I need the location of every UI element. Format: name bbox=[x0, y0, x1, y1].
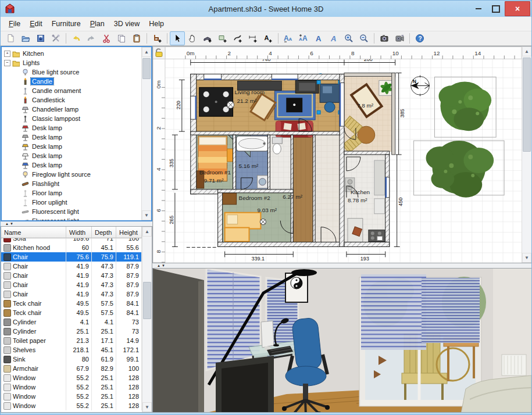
create-dimensions-button[interactable] bbox=[245, 31, 260, 45]
catalog-table-splitter[interactable]: ▲▼ bbox=[1, 221, 152, 226]
catalog-item-desk-lamp[interactable]: Desk lamp bbox=[2, 142, 141, 151]
title-bar[interactable]: Apartment.sh3d - Sweet Home 3D × bbox=[1, 1, 531, 17]
table-row-sofa[interactable]: Sofa189.671100 bbox=[1, 238, 142, 243]
furniture-catalog-tree[interactable]: +Kitchen−LightsBlue light sourceCandleCa… bbox=[2, 47, 141, 220]
minimize-button[interactable] bbox=[470, 2, 487, 15]
maximize-button[interactable] bbox=[487, 2, 505, 15]
menu-edit[interactable]: Edit bbox=[25, 18, 47, 30]
plan-canvas[interactable]: N bbox=[153, 46, 522, 263]
open-button[interactable] bbox=[18, 31, 33, 45]
wardrobe[interactable] bbox=[222, 193, 237, 205]
decrease-text-size-button[interactable]: AA bbox=[281, 31, 296, 45]
ceiling-light-symbol[interactable] bbox=[260, 219, 266, 225]
menu-3d-view[interactable]: 3D view bbox=[109, 18, 144, 30]
zoom-in-button[interactable] bbox=[341, 31, 356, 45]
column-header-width[interactable]: Width bbox=[66, 227, 92, 238]
level-unlocked-icon[interactable] bbox=[153, 47, 165, 59]
table-row-window[interactable]: Window55.225.1128 bbox=[1, 373, 142, 382]
catalog-item-fluorescent-light[interactable]: Fluorescent light bbox=[2, 216, 141, 220]
create-video-button[interactable] bbox=[392, 31, 407, 45]
expand-icon[interactable]: + bbox=[4, 51, 10, 57]
add-furniture-button[interactable] bbox=[149, 31, 165, 45]
cut-button[interactable] bbox=[99, 31, 114, 45]
help-button[interactable]: ? bbox=[412, 31, 427, 45]
column-header-depth[interactable]: Depth bbox=[92, 227, 116, 238]
scroll-down-icon[interactable]: ▼ bbox=[142, 210, 151, 220]
rug[interactable] bbox=[274, 91, 315, 120]
create-walls-button[interactable] bbox=[200, 31, 215, 45]
new-home-button[interactable] bbox=[3, 31, 18, 45]
3d-view-panel[interactable] bbox=[152, 268, 532, 413]
catalog-item-floor-lamp[interactable]: Floor lamp bbox=[2, 188, 141, 198]
table-row-chair[interactable]: Chair41.947.387.9 bbox=[1, 271, 142, 280]
catalog-item-desk-lamp[interactable]: Desk lamp bbox=[2, 123, 141, 133]
table-row-chair[interactable]: Chair41.947.387.9 bbox=[1, 289, 142, 299]
table-row-teck-chair[interactable]: Teck chair49.557.584.1 bbox=[1, 299, 142, 308]
washing-machine[interactable] bbox=[257, 176, 268, 188]
catalog-item-flashlight[interactable]: Flashlight bbox=[2, 179, 141, 188]
scroll-up-icon[interactable]: ▲ bbox=[142, 47, 151, 57]
table-row-kitchen-hood[interactable]: Kitchen hood6045.155.6 bbox=[1, 243, 142, 252]
catalog-item-fireglow-light-source[interactable]: Fireglow light source bbox=[2, 170, 141, 179]
catalog-item-fluorescent-light[interactable]: Fluorescent light bbox=[2, 207, 141, 216]
scroll-down-icon[interactable]: ▼ bbox=[142, 402, 152, 412]
table-row-toilet-paper[interactable]: Toilet paper21.317.114.9 bbox=[1, 336, 142, 345]
table-row-cylinder[interactable]: Cylinder4.14.173 bbox=[1, 317, 142, 327]
kitchen-counter[interactable] bbox=[374, 160, 385, 195]
catalog-item-desk-lamp[interactable]: Desk lamp bbox=[2, 151, 141, 160]
table-row-shelves[interactable]: Shelves218.145.1172.1 bbox=[1, 345, 142, 355]
furniture-table-scrollbar[interactable]: ▲ ▼ bbox=[142, 227, 152, 412]
column-header-name[interactable]: Name bbox=[1, 227, 66, 238]
table-row-window[interactable]: Window55.225.1128 bbox=[1, 401, 142, 410]
zoom-out-button[interactable] bbox=[356, 31, 372, 45]
preferences-button[interactable] bbox=[48, 31, 63, 45]
catalog-category-lights[interactable]: −Lights bbox=[2, 58, 141, 67]
catalog-item-blue-light-source[interactable]: Blue light source bbox=[2, 67, 141, 77]
catalog-item-desk-lamp[interactable]: Desk lamp bbox=[2, 160, 141, 170]
bathtub[interactable] bbox=[237, 136, 269, 151]
menu-plan[interactable]: Plan bbox=[85, 18, 109, 30]
create-rooms-button[interactable] bbox=[215, 31, 230, 45]
catalog-item-candle[interactable]: Candle bbox=[2, 77, 141, 86]
catalog-scrollbar[interactable]: ▲ ▼ bbox=[141, 47, 151, 220]
table-row-window[interactable]: Window55.225.1128 bbox=[1, 392, 142, 401]
menu-furniture[interactable]: Furniture bbox=[47, 18, 85, 30]
copy-button[interactable] bbox=[114, 31, 129, 45]
table-row-sink[interactable]: Sink8061.999.1 bbox=[1, 355, 142, 364]
plan-3d-splitter[interactable]: ▲▼ bbox=[152, 263, 532, 268]
menu-help[interactable]: Help bbox=[144, 18, 169, 30]
floor-lamp-symbol[interactable] bbox=[227, 101, 234, 108]
scroll-up-icon[interactable]: ▲ bbox=[522, 46, 531, 56]
toggle-bold-button[interactable]: A bbox=[311, 31, 326, 45]
fridge[interactable] bbox=[374, 199, 385, 214]
close-button[interactable]: × bbox=[505, 1, 530, 16]
stove[interactable] bbox=[369, 230, 385, 242]
pan-button[interactable] bbox=[185, 31, 200, 45]
table-row-teck-chair[interactable]: Teck chair49.557.584.1 bbox=[1, 308, 142, 317]
tv-unit[interactable] bbox=[295, 80, 319, 93]
select-button[interactable] bbox=[170, 31, 185, 45]
catalog-item-desk-lamp[interactable]: Desk lamp bbox=[2, 133, 141, 142]
table-row-chair[interactable]: Chair75.675.9119.1 bbox=[1, 252, 142, 262]
create-polylines-button[interactable] bbox=[230, 31, 245, 45]
room-hall[interactable] bbox=[292, 135, 314, 242]
room-entrance[interactable] bbox=[313, 135, 340, 242]
catalog-item-candle-ornament[interactable]: Candle ornament bbox=[2, 86, 141, 95]
table-row-chair[interactable]: Chair41.947.387.9 bbox=[1, 262, 142, 271]
table-row-window[interactable]: Window55.225.1128 bbox=[1, 382, 142, 392]
undo-button[interactable] bbox=[69, 31, 84, 45]
menu-file[interactable]: File bbox=[4, 18, 25, 30]
scroll-down-icon[interactable]: ▼ bbox=[522, 253, 531, 263]
column-header-height[interactable]: Height bbox=[116, 227, 142, 238]
toggle-italic-button[interactable]: A bbox=[326, 31, 341, 45]
plan-scrollbar[interactable]: ▲ ▼ bbox=[522, 46, 531, 263]
paste-button[interactable] bbox=[129, 31, 144, 45]
increase-text-size-button[interactable]: AA bbox=[296, 31, 311, 45]
3d-canvas[interactable] bbox=[153, 269, 531, 413]
table-row-cylinder[interactable]: Cylinder25.125.173 bbox=[1, 327, 142, 336]
furniture-table-body[interactable]: Sofa189.671100Kitchen hood6045.155.6Chai… bbox=[1, 238, 142, 412]
add-texts-button[interactable]: A bbox=[260, 31, 276, 45]
catalog-item-candlestick[interactable]: Candlestick bbox=[2, 95, 141, 105]
table-row-chair[interactable]: Chair41.947.387.9 bbox=[1, 280, 142, 289]
catalog-item-floor-uplight[interactable]: Floor uplight bbox=[2, 198, 141, 207]
